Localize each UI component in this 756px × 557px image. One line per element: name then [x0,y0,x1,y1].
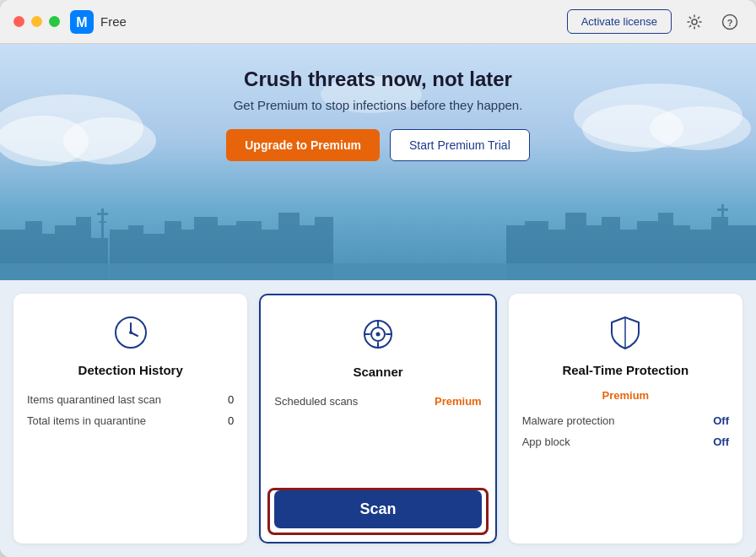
traffic-lights [14,16,60,27]
minimize-button[interactable] [31,16,42,27]
app-title: Free [100,14,127,29]
svg-rect-39 [620,230,637,280]
svg-rect-46 [721,204,724,280]
gear-icon [686,14,703,30]
svg-rect-43 [690,230,711,280]
hero-buttons: Upgrade to Premium Start Premium Trial [17,129,739,161]
scan-button[interactable]: Scan [274,490,481,528]
detection-history-rows: Items quarantined last scan 0 Total item… [27,389,234,530]
svg-point-60 [375,333,380,337]
titlebar: M Free Activate license ? [0,0,756,44]
malware-protection-row: Malware protection Off [522,410,729,431]
scanner-card: Scanner Scheduled scans Premium Scan [259,294,496,543]
svg-rect-23 [143,234,165,280]
scheduled-scans-label: Scheduled scans [274,395,358,408]
cards-section: Detection History Items quarantined last… [0,280,756,557]
scanner-rows: Scheduled scans Premium [274,391,481,482]
realtime-protection-rows: Malware protection Off App block Off [522,410,729,530]
app-block-value: Off [713,435,729,448]
clock-icon [109,311,153,354]
svg-rect-37 [586,225,602,280]
detection-history-card: Detection History Items quarantined last… [14,294,247,543]
fullscreen-button[interactable] [49,16,60,27]
svg-rect-33 [506,225,525,280]
realtime-protection-card: Real-Time Protection Premium Malware pro… [509,294,742,543]
app-window: M Free Activate license ? [0,0,756,557]
quarantine-last-scan-row: Items quarantined last scan 0 [27,389,234,410]
svg-rect-34 [525,221,548,280]
malware-protection-label: Malware protection [522,414,615,427]
svg-rect-30 [278,213,300,280]
svg-rect-15 [55,225,76,280]
hero-content: Crush threats now, not later Get Premium… [17,68,739,161]
total-quarantine-value: 0 [228,414,234,427]
quarantine-last-scan-label: Items quarantined last scan [27,393,161,406]
svg-rect-26 [194,217,218,280]
svg-rect-45 [728,225,756,280]
svg-rect-35 [548,230,565,280]
help-button[interactable]: ? [717,9,742,35]
svg-rect-13 [25,221,42,280]
svg-rect-24 [165,221,181,280]
svg-text:?: ? [727,17,733,27]
svg-rect-44 [711,217,728,280]
scheduled-scans-value: Premium [435,395,482,408]
total-quarantine-row: Total items in quarantine 0 [27,410,234,431]
logo-area: M Free [70,10,127,34]
svg-rect-14 [42,234,55,280]
detection-history-title: Detection History [78,363,183,377]
close-button[interactable] [14,16,24,27]
svg-rect-22 [128,225,143,280]
svg-rect-25 [181,230,194,280]
svg-rect-18 [101,208,104,280]
svg-rect-32 [315,217,333,280]
svg-rect-27 [218,225,236,280]
svg-rect-47 [717,208,728,211]
svg-rect-38 [602,217,620,280]
svg-rect-41 [658,213,673,280]
svg-rect-42 [673,225,690,280]
app-block-row: App block Off [522,431,729,452]
svg-text:M: M [76,15,87,30]
svg-rect-12 [0,230,25,280]
svg-point-53 [129,331,132,334]
hero-banner: Crush threats now, not later Get Premium… [0,44,756,280]
activate-license-button[interactable]: Activate license [567,9,672,34]
svg-rect-31 [300,225,315,280]
scanner-icon [356,312,400,356]
scheduled-scans-row: Scheduled scans Premium [274,391,481,412]
total-quarantine-label: Total items in quarantine [27,414,146,427]
app-block-label: App block [522,435,570,448]
svg-rect-28 [236,221,262,280]
realtime-protection-title: Real-Time Protection [562,363,688,377]
hero-title: Crush threats now, not later [17,68,739,91]
app-logo: M [70,10,94,34]
svg-rect-20 [99,221,106,223]
svg-rect-48 [719,217,726,219]
svg-rect-19 [97,213,108,215]
question-icon: ? [721,14,738,30]
svg-rect-16 [76,217,91,280]
titlebar-actions: Activate license ? [567,9,742,35]
premium-badge: Premium [602,389,650,402]
quarantine-last-scan-value: 0 [228,393,234,406]
shield-icon [603,311,647,354]
hero-subtitle: Get Premium to stop infections before th… [17,98,739,112]
svg-rect-40 [637,221,658,280]
svg-rect-17 [91,238,108,280]
settings-button[interactable] [682,9,707,35]
start-premium-trial-button[interactable]: Start Premium Trial [390,129,530,161]
upgrade-to-premium-button[interactable]: Upgrade to Premium [226,129,380,161]
svg-rect-21 [110,230,128,280]
scanner-title: Scanner [353,365,402,379]
svg-point-2 [692,19,697,24]
malware-protection-value: Off [713,414,729,427]
svg-rect-49 [0,263,756,280]
svg-rect-36 [565,213,586,280]
svg-rect-29 [262,230,278,280]
